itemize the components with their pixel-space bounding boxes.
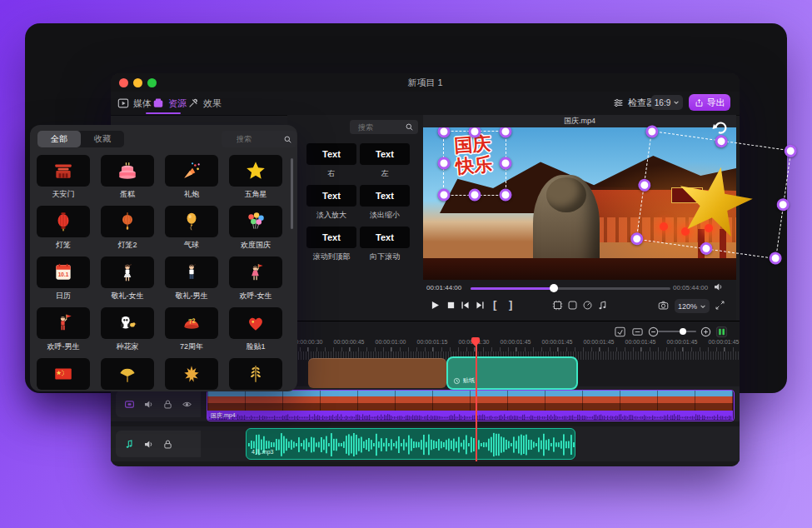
sticker-clip[interactable]: 贴纸	[446, 356, 578, 390]
video-track-icon	[124, 399, 135, 410]
tab-effects[interactable]: 效果	[187, 96, 222, 111]
text-sticker-selection[interactable]	[443, 131, 506, 196]
mute-button[interactable]	[713, 281, 724, 292]
sticker-label: 敬礼-男生	[165, 291, 218, 301]
heart-icon	[229, 307, 282, 339]
audio-clip[interactable]: 4儿.mp3	[246, 428, 575, 460]
video-clip[interactable]: 国庆.mp4	[207, 390, 735, 421]
auto-ripple-button[interactable]	[614, 326, 626, 338]
speed-button[interactable]	[582, 300, 593, 311]
snapshot-button[interactable]	[658, 300, 669, 311]
audio-clip-label: 4儿.mp3	[252, 448, 273, 456]
rotate-cursor-icon[interactable]	[711, 120, 728, 137]
sticker-item[interactable]: 欢呼-男生	[37, 307, 90, 352]
sticker-item[interactable]: 欢度国庆	[229, 206, 282, 251]
next-frame-button[interactable]	[475, 300, 486, 311]
track-options-icon	[631, 326, 644, 338]
sticker-item[interactable]: 蛋糕	[101, 155, 154, 200]
selection-handle[interactable]	[438, 189, 451, 202]
text-preset-tile[interactable]: Text	[306, 185, 356, 207]
crop-button[interactable]	[552, 300, 563, 311]
thumbnail-separators	[207, 391, 733, 411]
timeline-zoom-slider-handle[interactable]	[680, 328, 686, 335]
text-presets-panel: Text右Text左Text淡入放大Text淡出缩小Text滚动到顶部Text向…	[287, 115, 424, 321]
sticker-label: 五角星	[229, 189, 282, 200]
track-mute-icon[interactable]	[143, 439, 154, 450]
track-lock-icon[interactable]	[162, 399, 173, 410]
mark-out-button[interactable]: ]	[509, 298, 512, 311]
stop-button[interactable]	[446, 300, 456, 311]
selection-handle[interactable]	[438, 127, 451, 138]
previous-frame-button[interactable]	[460, 300, 471, 311]
tab-media[interactable]: 媒体	[117, 96, 152, 111]
tab-resources[interactable]: 资源	[152, 96, 187, 111]
text-preset-tile[interactable]: Text	[306, 227, 356, 248]
media-icon	[117, 97, 129, 109]
aspect-ratio-dropdown[interactable]: 16:9	[651, 95, 683, 110]
sticker-item[interactable]: 种花家	[101, 307, 154, 352]
selection-handle[interactable]	[500, 157, 512, 170]
preview-zoom-dropdown[interactable]: 120%	[675, 299, 710, 313]
star-selection-box[interactable]	[636, 131, 792, 259]
sticker-item[interactable]: 灯笼	[37, 206, 90, 251]
video-track-header	[116, 391, 201, 417]
step-back-icon	[460, 300, 471, 311]
playhead-line[interactable]	[476, 345, 477, 461]
tab-resources-label: 资源	[168, 97, 187, 110]
sticker-item[interactable]: 礼炮	[165, 155, 218, 200]
track-mute-icon[interactable]	[143, 399, 154, 410]
current-timecode: 00:01:44:00	[426, 284, 461, 291]
selection-handle[interactable]	[469, 189, 481, 202]
sticker-item[interactable]	[165, 358, 218, 391]
play-button[interactable]	[430, 300, 441, 311]
sticker-item[interactable]: 脸贴1	[229, 307, 282, 352]
sticker-item[interactable]: 敬礼-男生	[165, 257, 218, 301]
sticker-item[interactable]: 敬礼-女生	[101, 257, 154, 301]
inspector-button[interactable]: 检查器	[613, 97, 655, 109]
panda-icon	[101, 307, 154, 339]
sticker-item[interactable]	[37, 358, 90, 391]
seek-handle[interactable]	[550, 284, 558, 292]
sticker-item[interactable]: 气球	[165, 206, 218, 251]
sticker-item[interactable]: 欢呼-女生	[229, 257, 282, 301]
star-icon	[229, 155, 282, 187]
selection-handle[interactable]	[438, 157, 451, 170]
balloon-icon	[165, 206, 218, 237]
sticker-item[interactable]: 天安门	[37, 155, 90, 200]
selection-handle[interactable]	[500, 189, 512, 202]
sticker-label: 欢度国庆	[229, 240, 282, 251]
effects-icon	[187, 97, 199, 109]
export-button[interactable]: 导出	[689, 94, 730, 111]
video-foreground	[423, 258, 736, 280]
track-options-button[interactable]	[631, 326, 644, 338]
ruler-timecode: 00:00:01:15	[417, 339, 448, 345]
effect-clip[interactable]	[308, 358, 446, 388]
track-lock-icon[interactable]	[162, 439, 173, 450]
mask-button[interactable]	[567, 300, 578, 311]
zoom-in-button[interactable]	[700, 326, 712, 338]
audio-meter-button[interactable]	[715, 326, 728, 338]
sticker-grid: 天安门蛋糕礼炮五角星灯笼灯笼2气球欢度国庆10.1日历敬礼-女生敬礼-男生欢呼-…	[30, 125, 297, 391]
fullscreen-button[interactable]	[715, 300, 725, 311]
sticker-label: 种花家	[101, 341, 154, 352]
sticker-item[interactable]: 10.1日历	[37, 257, 90, 301]
audio-button[interactable]	[597, 300, 608, 311]
selection-handle[interactable]	[469, 127, 481, 138]
sticker-label: 灯笼2	[101, 240, 154, 251]
sticker-item[interactable]	[229, 358, 282, 391]
text-preset-tile[interactable]: Text	[360, 227, 410, 248]
sticker-item[interactable]: 五角星	[229, 155, 282, 200]
text-preset-tile[interactable]: Text	[306, 143, 356, 165]
text-preset-tile[interactable]: Text	[360, 143, 410, 165]
selection-handle[interactable]	[776, 197, 790, 212]
sticker-clip-label: 贴纸	[463, 376, 475, 385]
track-visibility-icon[interactable]	[182, 399, 192, 410]
sticker-item[interactable]	[101, 358, 154, 391]
selection-handle[interactable]	[784, 144, 798, 158]
sticker-item[interactable]: 灯笼2	[101, 206, 154, 251]
sticker-item[interactable]: 7272周年	[165, 307, 218, 352]
mark-in-button[interactable]: [	[493, 298, 496, 311]
sticker-panel-scrollbar[interactable]	[291, 158, 293, 229]
text-preset-tile[interactable]: Text	[360, 185, 410, 207]
timeline-zoom-slider[interactable]	[658, 331, 696, 332]
